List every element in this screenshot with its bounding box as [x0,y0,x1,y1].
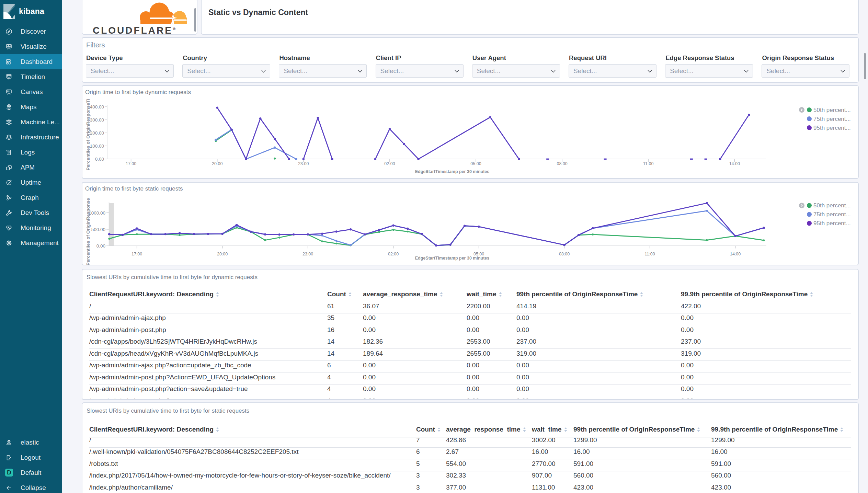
svg-text:500.00: 500.00 [91,227,105,232]
svg-text:300.00: 300.00 [90,117,104,123]
svg-text:75th percent...: 75th percent... [813,211,851,218]
svg-text:0.00: 0.00 [95,157,104,162]
svg-text:02:00: 02:00 [384,161,395,166]
svg-text:400.00: 400.00 [90,104,104,110]
svg-text:100.00: 100.00 [90,144,104,149]
svg-text:20:00: 20:00 [217,252,228,256]
svg-text:1000.00: 1000.00 [89,210,105,216]
svg-text:EdgeStartTimestamp per 30 minu: EdgeStartTimestamp per 30 minutes [415,256,490,261]
svg-text:17:00: 17:00 [126,161,136,166]
svg-text:0.00: 0.00 [96,243,105,249]
svg-text:20:00: 20:00 [212,161,222,166]
svg-text:75th percent...: 75th percent... [813,116,851,122]
svg-text:02:00: 02:00 [388,252,399,256]
svg-text:08:00: 08:00 [557,161,567,166]
svg-text:08:00: 08:00 [559,252,570,256]
svg-text:11:00: 11:00 [643,161,653,166]
svg-text:95th percent...: 95th percent... [813,125,851,131]
svg-text:14:00: 14:00 [729,161,740,166]
svg-text:11:00: 11:00 [644,252,655,256]
svg-text:95th percent...: 95th percent... [813,220,851,227]
svg-text:50th percent...: 50th percent... [813,202,851,209]
svg-text:05:00: 05:00 [470,161,481,166]
svg-text:50th percent...: 50th percent... [813,107,851,113]
svg-text:200.00: 200.00 [90,130,104,136]
svg-text:23:00: 23:00 [298,161,309,166]
svg-text:Percentiles of OriginResponseT: Percentiles of OriginResponseTi [85,99,91,170]
svg-text:17:00: 17:00 [132,252,142,256]
svg-text:23:00: 23:00 [302,252,313,256]
svg-text:EdgeStartTimestamp per 30 minu: EdgeStartTimestamp per 30 minutes [415,169,490,174]
svg-text:14:00: 14:00 [730,252,741,256]
svg-text:Percentiles of OriginResponse: Percentiles of OriginResponse [85,198,91,265]
